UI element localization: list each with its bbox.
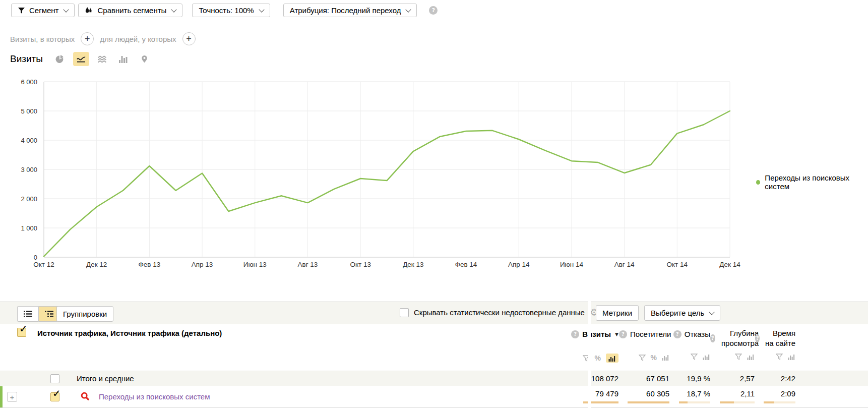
segment-button[interactable]: Сегмент xyxy=(11,4,75,17)
metrics-button[interactable]: Метрики xyxy=(596,305,639,321)
filter-funnel-icon[interactable] xyxy=(639,355,646,361)
totals-depth: 2,57 xyxy=(710,371,755,386)
column-tools-depth xyxy=(710,354,755,360)
row-checkbox[interactable]: ✓ xyxy=(50,392,59,401)
check-icon: ✓ xyxy=(19,324,28,334)
attribution-button[interactable]: Атрибуция: Последний переход xyxy=(283,4,417,17)
metric-buttons: Метрики Выберите цель xyxy=(596,305,720,321)
help-icon[interactable]: ? xyxy=(571,330,579,338)
legend-label: Переходы из поисковых систем xyxy=(765,173,868,191)
dimension-header: ✓ Источник трафика, Источник трафика (де… xyxy=(17,328,222,337)
legend-dot xyxy=(756,180,760,185)
chart-title: Визиты xyxy=(10,53,43,65)
pie-icon xyxy=(55,55,64,64)
column-header-visitors[interactable]: ? Посетители xyxy=(619,328,669,339)
bar-display-icon[interactable] xyxy=(788,354,795,360)
choose-goal-button[interactable]: Выберите цель xyxy=(644,305,720,321)
svg-text:Дек 14: Дек 14 xyxy=(719,261,740,268)
compare-segments-label: Сравнить сегменты xyxy=(97,6,166,15)
svg-text:4 000: 4 000 xyxy=(21,137,37,144)
column-chart-type-button[interactable] xyxy=(115,52,132,66)
svg-text:Окт 14: Окт 14 xyxy=(667,261,688,268)
bar-display-icon-selected[interactable] xyxy=(606,354,618,363)
help-icon[interactable]: ? xyxy=(619,330,627,338)
help-icon[interactable]: ? xyxy=(710,334,715,342)
map-pin-icon xyxy=(141,55,148,63)
table-row: + ✓ Переходы из поисковых систем 79 479 … xyxy=(0,386,868,408)
svg-text:5 000: 5 000 xyxy=(21,107,37,115)
percent-icon[interactable]: % xyxy=(651,354,657,362)
column-tools-visits: % xyxy=(568,354,618,363)
totals-checkbox[interactable] xyxy=(50,374,59,383)
column-label: Визиты xyxy=(582,329,611,339)
compare-segments-button[interactable]: Сравнить сегменты xyxy=(78,4,182,17)
add-people-condition-button[interactable]: + xyxy=(182,32,196,45)
column-label: Глубина просмотра xyxy=(718,328,759,348)
svg-text:3 000: 3 000 xyxy=(21,166,37,173)
chevron-down-icon xyxy=(259,7,264,12)
column-tools-bounce xyxy=(670,354,710,360)
precision-button[interactable]: Точность: 100% xyxy=(192,4,270,17)
dimension-title: Источник трафика, Источник трафика (дета… xyxy=(37,328,222,337)
filter-funnel-icon[interactable] xyxy=(735,354,742,360)
list-icon xyxy=(24,311,32,317)
totals-label: Итого и средние xyxy=(77,371,134,386)
svg-text:Июн 13: Июн 13 xyxy=(243,261,267,268)
metric-bar xyxy=(764,401,795,403)
hide-unreliable-checkbox[interactable] xyxy=(400,308,409,317)
view-toggle xyxy=(17,306,59,322)
visits-condition-label: Визиты, в которых xyxy=(10,35,75,43)
segment-builder-row: Визиты, в которых + для людей, у которых… xyxy=(10,32,196,45)
dimension-checkbox[interactable]: ✓ xyxy=(17,328,26,337)
totals-bounce: 19,9 % xyxy=(670,371,710,386)
row-visits: 79 479 xyxy=(568,389,618,398)
svg-text:0: 0 xyxy=(34,254,37,261)
bar-display-icon[interactable] xyxy=(703,354,710,360)
svg-text:2 000: 2 000 xyxy=(21,195,37,203)
row-depth: 2,11 xyxy=(710,389,755,398)
people-condition-label: для людей, у которых xyxy=(100,35,176,43)
svg-text:Апр 13: Апр 13 xyxy=(192,261,213,268)
row-link[interactable]: Переходы из поисковых систем xyxy=(99,392,210,401)
segment-button-label: Сегмент xyxy=(29,6,58,15)
attribution-label: Атрибуция: Последний переход xyxy=(290,6,401,15)
table-toolbar-band: Группировки Скрывать статистически недос… xyxy=(0,301,868,324)
map-chart-type-button[interactable] xyxy=(137,52,153,66)
chevron-down-icon xyxy=(406,7,411,12)
funnel-icon xyxy=(18,7,25,14)
column-label: Отказы xyxy=(685,329,710,339)
percent-icon[interactable]: % xyxy=(595,354,601,362)
bar-display-icon[interactable] xyxy=(662,355,669,361)
column-header-depth[interactable]: ? Глубина просмотра xyxy=(710,328,755,348)
metric-bar xyxy=(628,401,669,403)
help-icon[interactable]: ? xyxy=(673,330,681,338)
column-label: Посетители xyxy=(630,329,671,339)
filter-funnel-icon[interactable] xyxy=(776,354,783,360)
bar-display-icon[interactable] xyxy=(747,354,755,360)
chevron-down-icon xyxy=(64,7,69,12)
line-chart-type-button[interactable] xyxy=(73,52,89,66)
list-view-button[interactable] xyxy=(17,306,38,322)
row-visitors: 60 305 xyxy=(619,389,669,398)
column-header-time[interactable]: ? Время на сайте xyxy=(755,328,795,348)
tree-icon xyxy=(45,311,53,317)
column-header-bounce[interactable]: ? Отказы xyxy=(670,328,710,339)
column-header-visits[interactable]: ? Визиты ▼ xyxy=(568,328,618,339)
series-color-stripe xyxy=(0,386,3,407)
help-icon[interactable]: ? xyxy=(429,6,438,15)
pie-chart-type-button[interactable] xyxy=(52,52,68,66)
chevron-down-icon xyxy=(709,309,715,315)
area-chart-type-button[interactable] xyxy=(94,52,110,66)
line-chart-icon xyxy=(76,55,86,63)
legend-item[interactable]: Переходы из поисковых систем xyxy=(756,173,868,191)
svg-text:Апр 14: Апр 14 xyxy=(508,261,530,268)
check-icon: ✓ xyxy=(52,388,61,398)
filter-funnel-icon[interactable] xyxy=(691,354,698,360)
groupings-label: Группировки xyxy=(63,310,107,318)
svg-text:Фев 14: Фев 14 xyxy=(455,261,477,268)
waves-icon xyxy=(97,55,107,63)
expand-row-button[interactable]: + xyxy=(7,392,17,402)
help-icon[interactable]: ? xyxy=(755,334,760,342)
groupings-button[interactable]: Группировки xyxy=(56,306,113,322)
add-visit-condition-button[interactable]: + xyxy=(81,32,94,45)
